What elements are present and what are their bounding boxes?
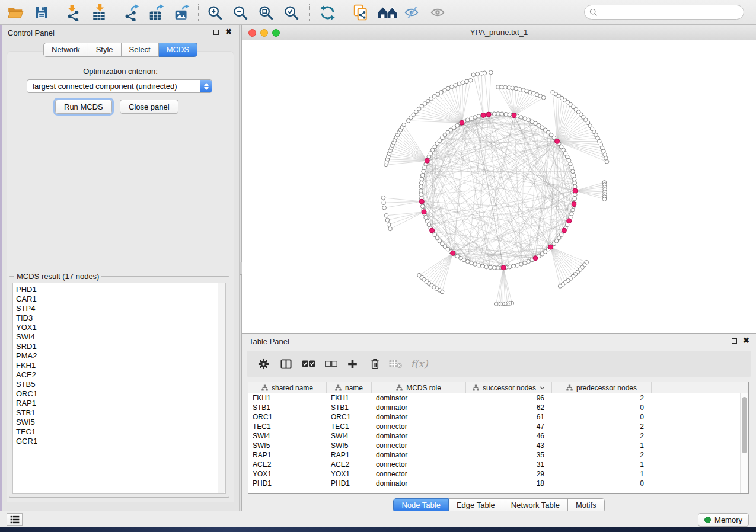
table-cell[interactable]: dominator: [372, 403, 466, 412]
table-cell[interactable]: STB1: [327, 403, 372, 412]
open-folder-icon[interactable]: [6, 4, 25, 21]
table-cell[interactable]: STB1: [248, 403, 327, 412]
table-cell[interactable]: connector: [372, 422, 466, 431]
delete-table-icon[interactable]: [388, 357, 403, 370]
table-cell[interactable]: PHD1: [327, 479, 372, 488]
export-table-icon[interactable]: [147, 4, 166, 21]
table-cell[interactable]: 29: [466, 469, 552, 479]
table-cell[interactable]: 2: [552, 422, 652, 431]
mcds-result-item[interactable]: GCR1: [13, 437, 217, 446]
search-input[interactable]: [601, 8, 744, 17]
refresh-icon[interactable]: [318, 4, 337, 21]
mcds-result-item[interactable]: RAP1: [13, 399, 217, 408]
table-cell[interactable]: FKH1: [248, 393, 327, 403]
mcds-result-item[interactable]: FKH1: [13, 361, 217, 370]
table-cell[interactable]: 2: [552, 431, 652, 441]
import-table-icon[interactable]: [90, 4, 109, 21]
table-scrollbar-track[interactable]: [740, 393, 748, 493]
table-cell[interactable]: dominator: [372, 479, 466, 488]
duplicate-network-icon[interactable]: [351, 4, 370, 21]
float-window-icon[interactable]: [732, 338, 737, 344]
mcds-result-item[interactable]: SWI5: [13, 418, 217, 427]
export-image-icon[interactable]: [173, 4, 192, 21]
table-cell[interactable]: dominator: [372, 393, 466, 403]
table-row[interactable]: ACE2ACE2connector311: [248, 460, 748, 469]
table-row[interactable]: FKH1FKH1dominator962: [248, 393, 748, 403]
table-row[interactable]: ORC1ORC1dominator610: [248, 412, 748, 422]
column-header-MCDS-role[interactable]: MCDS role: [372, 382, 466, 393]
table-cell[interactable]: ACE2: [248, 460, 327, 469]
search-field[interactable]: [584, 5, 744, 20]
table-cell[interactable]: 0: [552, 403, 652, 412]
memory-button[interactable]: Memory: [698, 513, 749, 527]
run-mcds-button[interactable]: Run MCDS: [55, 100, 112, 114]
mcds-result-item[interactable]: SWI4: [13, 332, 217, 342]
deselect-all-checkboxes-icon[interactable]: [323, 357, 339, 370]
close-panel-button[interactable]: Close panel: [120, 100, 178, 114]
add-column-plus-icon[interactable]: [344, 357, 360, 370]
mcds-result-item[interactable]: PMA2: [13, 351, 217, 361]
table-row[interactable]: TEC1TEC1connector472: [248, 422, 748, 431]
table-cell[interactable]: dominator: [372, 412, 466, 422]
tab-select[interactable]: Select: [122, 43, 159, 57]
table-cell[interactable]: 61: [466, 412, 552, 422]
mcds-result-item[interactable]: TID3: [13, 313, 217, 323]
table-cell[interactable]: SWI5: [248, 441, 327, 450]
first-neighbors-houses-icon[interactable]: [376, 4, 400, 21]
table-row[interactable]: STB1STB1dominator620: [248, 403, 748, 412]
table-cell[interactable]: dominator: [372, 450, 466, 460]
table-scrollbar-thumb[interactable]: [742, 397, 747, 453]
gear-icon[interactable]: [256, 357, 271, 370]
table-cell[interactable]: FKH1: [327, 393, 372, 403]
function-builder-icon[interactable]: f(x): [409, 357, 429, 370]
table-cell[interactable]: connector: [372, 441, 466, 450]
table-cell[interactable]: 62: [466, 403, 552, 412]
network-canvas[interactable]: [242, 40, 756, 333]
table-cell[interactable]: RAP1: [248, 450, 327, 460]
export-network-icon[interactable]: [122, 4, 141, 21]
network-window-titlebar[interactable]: YPA_prune.txt_1: [242, 25, 756, 40]
mcds-result-item[interactable]: ORC1: [13, 389, 217, 399]
table-cell[interactable]: ORC1: [327, 412, 372, 422]
tab-mcds[interactable]: MCDS: [159, 43, 197, 57]
table-cell[interactable]: 1: [552, 460, 652, 469]
table-cell[interactable]: YOX1: [327, 469, 372, 479]
table-row[interactable]: YOX1YOX1connector291: [248, 469, 748, 479]
column-header-name[interactable]: name: [327, 382, 372, 393]
table-cell[interactable]: TEC1: [327, 422, 372, 431]
table-cell[interactable]: 1: [552, 441, 652, 450]
table-cell[interactable]: YOX1: [248, 469, 327, 479]
table-cell[interactable]: ORC1: [248, 412, 327, 422]
mcds-result-item[interactable]: PHD1: [13, 285, 217, 294]
mcds-list-scrollbar[interactable]: [218, 283, 225, 493]
table-cell[interactable]: 31: [466, 460, 552, 469]
table-cell[interactable]: 0: [552, 479, 652, 488]
mcds-result-item[interactable]: STB1: [13, 408, 217, 418]
table-cell[interactable]: PHD1: [248, 479, 327, 488]
columns-icon[interactable]: [278, 357, 294, 370]
tab-style[interactable]: Style: [88, 43, 122, 57]
mcds-result-item[interactable]: ACE2: [13, 370, 217, 380]
table-cell[interactable]: connector: [372, 460, 466, 469]
show-all-eye-icon[interactable]: [428, 4, 447, 21]
mcds-result-item[interactable]: STP4: [13, 304, 217, 313]
table-row[interactable]: PHD1PHD1dominator180: [248, 479, 748, 488]
table-cell[interactable]: 0: [552, 412, 652, 422]
close-panel-icon[interactable]: ✖: [225, 27, 232, 36]
table-cell[interactable]: connector: [372, 469, 466, 479]
table-cell[interactable]: 18: [466, 479, 552, 488]
table-cell[interactable]: SWI4: [327, 431, 372, 441]
table-cell[interactable]: 2: [552, 393, 652, 403]
table-cell[interactable]: 46: [466, 431, 552, 441]
float-window-icon[interactable]: [213, 30, 219, 35]
mcds-result-item[interactable]: YOX1: [13, 323, 217, 332]
zoom-in-icon[interactable]: [205, 4, 224, 21]
select-all-checkboxes-icon[interactable]: [301, 357, 316, 370]
table-cell[interactable]: RAP1: [327, 450, 372, 460]
zoom-fit-icon[interactable]: [256, 4, 275, 21]
table-cell[interactable]: 43: [466, 441, 552, 450]
table-row[interactable]: SWI4SWI4dominator462: [248, 431, 748, 441]
table-row[interactable]: SWI5SWI5connector431: [248, 441, 748, 450]
mcds-result-item[interactable]: CAR1: [13, 294, 217, 304]
column-header-predecessor-nodes[interactable]: predecessor nodes: [552, 382, 652, 393]
